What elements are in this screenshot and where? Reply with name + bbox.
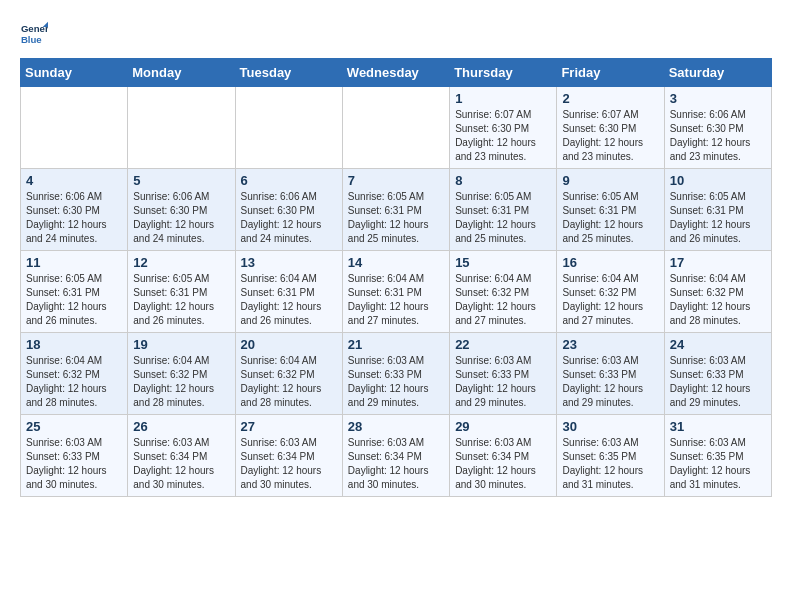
day-info: Sunrise: 6:03 AM Sunset: 6:33 PM Dayligh… [26, 436, 122, 492]
calendar-cell: 10Sunrise: 6:05 AM Sunset: 6:31 PM Dayli… [664, 169, 771, 251]
day-number: 29 [455, 419, 551, 434]
day-info: Sunrise: 6:07 AM Sunset: 6:30 PM Dayligh… [562, 108, 658, 164]
day-info: Sunrise: 6:03 AM Sunset: 6:35 PM Dayligh… [562, 436, 658, 492]
calendar-cell: 13Sunrise: 6:04 AM Sunset: 6:31 PM Dayli… [235, 251, 342, 333]
calendar-cell: 6Sunrise: 6:06 AM Sunset: 6:30 PM Daylig… [235, 169, 342, 251]
calendar-cell: 30Sunrise: 6:03 AM Sunset: 6:35 PM Dayli… [557, 415, 664, 497]
day-info: Sunrise: 6:03 AM Sunset: 6:34 PM Dayligh… [133, 436, 229, 492]
day-number: 7 [348, 173, 444, 188]
calendar-cell: 16Sunrise: 6:04 AM Sunset: 6:32 PM Dayli… [557, 251, 664, 333]
calendar-cell: 9Sunrise: 6:05 AM Sunset: 6:31 PM Daylig… [557, 169, 664, 251]
weekday-header-tuesday: Tuesday [235, 59, 342, 87]
day-info: Sunrise: 6:04 AM Sunset: 6:32 PM Dayligh… [562, 272, 658, 328]
day-info: Sunrise: 6:04 AM Sunset: 6:31 PM Dayligh… [348, 272, 444, 328]
day-number: 24 [670, 337, 766, 352]
day-info: Sunrise: 6:04 AM Sunset: 6:32 PM Dayligh… [26, 354, 122, 410]
calendar-cell: 7Sunrise: 6:05 AM Sunset: 6:31 PM Daylig… [342, 169, 449, 251]
weekday-header-friday: Friday [557, 59, 664, 87]
day-number: 21 [348, 337, 444, 352]
calendar-cell: 27Sunrise: 6:03 AM Sunset: 6:34 PM Dayli… [235, 415, 342, 497]
calendar-cell: 5Sunrise: 6:06 AM Sunset: 6:30 PM Daylig… [128, 169, 235, 251]
day-info: Sunrise: 6:03 AM Sunset: 6:34 PM Dayligh… [241, 436, 337, 492]
day-info: Sunrise: 6:03 AM Sunset: 6:34 PM Dayligh… [348, 436, 444, 492]
weekday-header-sunday: Sunday [21, 59, 128, 87]
calendar-cell [342, 87, 449, 169]
page-header: General Blue [20, 20, 772, 48]
calendar-cell: 3Sunrise: 6:06 AM Sunset: 6:30 PM Daylig… [664, 87, 771, 169]
svg-text:Blue: Blue [21, 34, 42, 45]
day-info: Sunrise: 6:03 AM Sunset: 6:33 PM Dayligh… [455, 354, 551, 410]
day-number: 30 [562, 419, 658, 434]
day-info: Sunrise: 6:04 AM Sunset: 6:32 PM Dayligh… [670, 272, 766, 328]
day-info: Sunrise: 6:04 AM Sunset: 6:32 PM Dayligh… [133, 354, 229, 410]
day-info: Sunrise: 6:05 AM Sunset: 6:31 PM Dayligh… [670, 190, 766, 246]
calendar-cell: 29Sunrise: 6:03 AM Sunset: 6:34 PM Dayli… [450, 415, 557, 497]
day-info: Sunrise: 6:06 AM Sunset: 6:30 PM Dayligh… [241, 190, 337, 246]
day-info: Sunrise: 6:05 AM Sunset: 6:31 PM Dayligh… [348, 190, 444, 246]
day-number: 18 [26, 337, 122, 352]
day-number: 6 [241, 173, 337, 188]
calendar-cell: 15Sunrise: 6:04 AM Sunset: 6:32 PM Dayli… [450, 251, 557, 333]
calendar-cell: 2Sunrise: 6:07 AM Sunset: 6:30 PM Daylig… [557, 87, 664, 169]
logo: General Blue [20, 20, 52, 48]
calendar-cell [21, 87, 128, 169]
day-number: 9 [562, 173, 658, 188]
day-number: 15 [455, 255, 551, 270]
day-info: Sunrise: 6:04 AM Sunset: 6:32 PM Dayligh… [455, 272, 551, 328]
day-number: 5 [133, 173, 229, 188]
calendar-cell [128, 87, 235, 169]
calendar-cell: 8Sunrise: 6:05 AM Sunset: 6:31 PM Daylig… [450, 169, 557, 251]
day-number: 12 [133, 255, 229, 270]
calendar-cell: 4Sunrise: 6:06 AM Sunset: 6:30 PM Daylig… [21, 169, 128, 251]
day-info: Sunrise: 6:05 AM Sunset: 6:31 PM Dayligh… [562, 190, 658, 246]
day-number: 25 [26, 419, 122, 434]
day-number: 1 [455, 91, 551, 106]
day-info: Sunrise: 6:04 AM Sunset: 6:31 PM Dayligh… [241, 272, 337, 328]
day-number: 10 [670, 173, 766, 188]
calendar-cell: 18Sunrise: 6:04 AM Sunset: 6:32 PM Dayli… [21, 333, 128, 415]
calendar-table: SundayMondayTuesdayWednesdayThursdayFrid… [20, 58, 772, 497]
day-number: 11 [26, 255, 122, 270]
weekday-header-wednesday: Wednesday [342, 59, 449, 87]
day-number: 19 [133, 337, 229, 352]
day-info: Sunrise: 6:06 AM Sunset: 6:30 PM Dayligh… [133, 190, 229, 246]
calendar-cell: 21Sunrise: 6:03 AM Sunset: 6:33 PM Dayli… [342, 333, 449, 415]
day-number: 26 [133, 419, 229, 434]
logo-icon: General Blue [20, 20, 48, 48]
day-info: Sunrise: 6:07 AM Sunset: 6:30 PM Dayligh… [455, 108, 551, 164]
calendar-cell [235, 87, 342, 169]
day-info: Sunrise: 6:05 AM Sunset: 6:31 PM Dayligh… [455, 190, 551, 246]
day-number: 13 [241, 255, 337, 270]
weekday-header-thursday: Thursday [450, 59, 557, 87]
weekday-header-monday: Monday [128, 59, 235, 87]
svg-text:General: General [21, 23, 48, 34]
calendar-cell: 25Sunrise: 6:03 AM Sunset: 6:33 PM Dayli… [21, 415, 128, 497]
day-number: 28 [348, 419, 444, 434]
calendar-cell: 1Sunrise: 6:07 AM Sunset: 6:30 PM Daylig… [450, 87, 557, 169]
day-number: 31 [670, 419, 766, 434]
day-number: 20 [241, 337, 337, 352]
day-number: 17 [670, 255, 766, 270]
day-info: Sunrise: 6:03 AM Sunset: 6:33 PM Dayligh… [562, 354, 658, 410]
day-info: Sunrise: 6:04 AM Sunset: 6:32 PM Dayligh… [241, 354, 337, 410]
calendar-cell: 20Sunrise: 6:04 AM Sunset: 6:32 PM Dayli… [235, 333, 342, 415]
day-info: Sunrise: 6:03 AM Sunset: 6:33 PM Dayligh… [348, 354, 444, 410]
day-info: Sunrise: 6:03 AM Sunset: 6:33 PM Dayligh… [670, 354, 766, 410]
day-number: 4 [26, 173, 122, 188]
weekday-header-saturday: Saturday [664, 59, 771, 87]
day-number: 3 [670, 91, 766, 106]
calendar-cell: 24Sunrise: 6:03 AM Sunset: 6:33 PM Dayli… [664, 333, 771, 415]
day-number: 2 [562, 91, 658, 106]
day-info: Sunrise: 6:06 AM Sunset: 6:30 PM Dayligh… [670, 108, 766, 164]
day-number: 14 [348, 255, 444, 270]
day-number: 22 [455, 337, 551, 352]
calendar-cell: 11Sunrise: 6:05 AM Sunset: 6:31 PM Dayli… [21, 251, 128, 333]
day-info: Sunrise: 6:03 AM Sunset: 6:34 PM Dayligh… [455, 436, 551, 492]
calendar-cell: 26Sunrise: 6:03 AM Sunset: 6:34 PM Dayli… [128, 415, 235, 497]
calendar-cell: 28Sunrise: 6:03 AM Sunset: 6:34 PM Dayli… [342, 415, 449, 497]
day-number: 23 [562, 337, 658, 352]
calendar-cell: 22Sunrise: 6:03 AM Sunset: 6:33 PM Dayli… [450, 333, 557, 415]
calendar-cell: 23Sunrise: 6:03 AM Sunset: 6:33 PM Dayli… [557, 333, 664, 415]
calendar-cell: 14Sunrise: 6:04 AM Sunset: 6:31 PM Dayli… [342, 251, 449, 333]
day-info: Sunrise: 6:03 AM Sunset: 6:35 PM Dayligh… [670, 436, 766, 492]
